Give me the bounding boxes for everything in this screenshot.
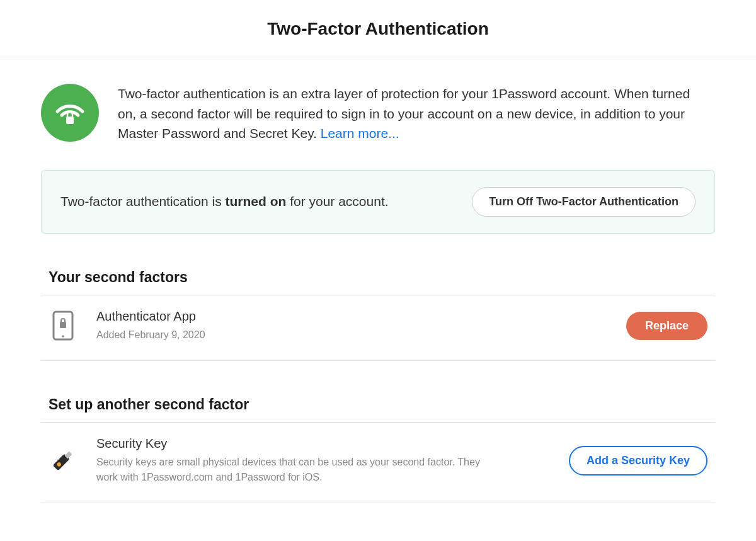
status-banner: Two-factor authentication is turned on f… (41, 170, 715, 234)
authenticator-sub: Added February 9, 2020 (96, 327, 487, 343)
security-key-row: Security Key Security keys are small phy… (41, 423, 715, 503)
wifi-lock-icon (41, 84, 99, 142)
status-text: Two-factor authentication is turned on f… (60, 194, 389, 209)
add-security-key-button[interactable]: Add a Security Key (569, 446, 707, 476)
status-suffix: for your account. (286, 194, 388, 208)
authenticator-title: Authenticator App (96, 309, 626, 324)
intro-description: Two-factor authentication is an extra la… (118, 84, 691, 144)
svg-point-3 (62, 335, 64, 338)
authenticator-info: Authenticator App Added February 9, 2020 (96, 309, 626, 343)
status-state: turned on (225, 194, 286, 208)
security-key-info: Security Key Security keys are small phy… (96, 436, 569, 485)
authenticator-app-row: Authenticator App Added February 9, 2020… (41, 295, 715, 361)
setup-another-heading: Set up another second factor (41, 396, 715, 423)
security-key-title: Security Key (96, 436, 569, 451)
security-key-icon (49, 446, 77, 475)
security-key-sub: Security keys are small physical devices… (96, 455, 487, 485)
turn-off-button[interactable]: Turn Off Two-Factor Authentication (472, 187, 696, 217)
phone-icon (49, 311, 77, 340)
section-gap (41, 361, 715, 396)
content-wrapper: Two-factor authentication is an extra la… (0, 57, 756, 503)
your-second-factors-heading: Your second factors (41, 269, 715, 295)
svg-rect-0 (66, 117, 74, 124)
replace-button[interactable]: Replace (626, 312, 707, 340)
intro-section: Two-factor authentication is an extra la… (41, 57, 715, 162)
svg-rect-2 (60, 322, 66, 328)
page-title: Two-Factor Authentication (0, 0, 756, 57)
learn-more-link[interactable]: Learn more... (321, 126, 399, 140)
status-prefix: Two-factor authentication is (60, 194, 225, 208)
intro-text-body: Two-factor authentication is an extra la… (118, 86, 690, 140)
